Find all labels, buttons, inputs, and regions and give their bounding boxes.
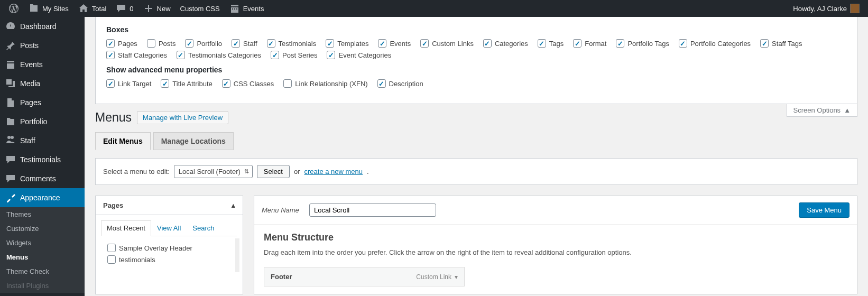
box-checkbox[interactable]: Custom Links: [420, 39, 474, 48]
box-checkbox[interactable]: Portfolio Tags: [616, 39, 669, 48]
checkbox-icon: [377, 79, 386, 88]
checkbox-icon: [271, 51, 279, 59]
box-checkbox[interactable]: Templates: [326, 39, 368, 48]
submenu-customize[interactable]: Customize: [0, 221, 85, 236]
sidebar-item-comments[interactable]: Comments: [0, 169, 85, 188]
box-checkbox[interactable]: Events: [378, 39, 411, 48]
box-checkbox[interactable]: Posts: [147, 39, 176, 48]
box-checkbox[interactable]: Portfolio Categories: [679, 39, 751, 48]
advanced-checkbox[interactable]: Link Target: [106, 79, 151, 88]
comment-icon: [5, 173, 16, 184]
box-label: Testimonials: [279, 40, 317, 48]
tab-edit-menus[interactable]: Edit Menus: [95, 132, 151, 150]
checkbox-icon: [185, 39, 193, 48]
checkbox-icon: [267, 39, 275, 48]
box-checkbox[interactable]: Categories: [483, 39, 528, 48]
comments-count[interactable]: 0: [112, 0, 137, 17]
box-checkbox[interactable]: Portfolio: [185, 39, 222, 48]
advanced-checkbox[interactable]: Link Relationship (XFN): [283, 79, 367, 88]
checkbox-icon: [573, 39, 581, 48]
box-label: Testimonials Categories: [188, 51, 261, 59]
sidebar-item-pages[interactable]: Pages: [0, 93, 85, 112]
checkbox-icon: [483, 39, 492, 48]
advanced-checkbox[interactable]: Description: [377, 79, 423, 88]
menu-select[interactable]: Local Scroll (Footer): [174, 165, 253, 178]
pages-tab-recent[interactable]: Most Recent: [101, 220, 151, 236]
site-name[interactable]: Total: [74, 0, 110, 17]
save-menu-button[interactable]: Save Menu: [799, 202, 849, 218]
menu-name-input[interactable]: [309, 204, 436, 217]
menu-item-type: Custom Link: [416, 273, 451, 281]
box-checkbox[interactable]: Staff: [232, 39, 257, 48]
events-toolbar[interactable]: Events: [225, 0, 269, 17]
box-label: Format: [585, 40, 606, 48]
box-checkbox[interactable]: Pages: [106, 39, 137, 48]
menu-item-handle[interactable]: Footer Custom Link▾: [264, 267, 465, 286]
checkbox-icon: [616, 39, 624, 48]
box-checkbox[interactable]: Testimonials: [267, 39, 317, 48]
new-content[interactable]: New: [139, 0, 175, 17]
checkbox-icon: [232, 39, 240, 48]
sidebar-item-events[interactable]: Events: [0, 55, 85, 74]
chevron-down-icon: ▾: [455, 273, 458, 281]
advanced-checkbox[interactable]: CSS Classes: [222, 79, 274, 88]
admin-sidebar: Dashboard Posts Events Media Pages Portf…: [0, 17, 85, 296]
sidebar-item-posts[interactable]: Posts: [0, 36, 85, 55]
appearance-submenu: Themes Customize Widgets Menus Theme Che…: [0, 207, 85, 293]
box-checkbox[interactable]: Staff Tags: [760, 39, 802, 48]
sidebar-item-portfolio[interactable]: Portfolio: [0, 112, 85, 131]
appearance-icon: [5, 192, 16, 203]
checkbox-icon: [177, 51, 185, 59]
box-label: Staff Categories: [118, 51, 167, 59]
box-checkbox[interactable]: Event Categories: [327, 51, 391, 59]
pages-metabox-toggle[interactable]: Pages ▴: [96, 196, 243, 215]
sidebar-item-dashboard[interactable]: Dashboard: [0, 17, 85, 36]
box-label: Staff Tags: [772, 40, 802, 48]
box-checkbox[interactable]: Format: [573, 39, 606, 48]
box-checkbox[interactable]: Staff Categories: [106, 51, 167, 59]
sidebar-item-media[interactable]: Media: [0, 74, 85, 93]
my-account[interactable]: Howdy, AJ Clarke: [789, 0, 864, 17]
submenu-widgets[interactable]: Widgets: [0, 236, 85, 250]
new-label: New: [157, 5, 171, 13]
wp-logo[interactable]: [4, 0, 23, 17]
box-checkbox[interactable]: Tags: [538, 39, 564, 48]
advanced-heading: Show advanced menu properties: [106, 66, 846, 74]
sidebar-item-testimonials[interactable]: Testimonials: [0, 150, 85, 169]
my-sites[interactable]: My Sites: [24, 0, 73, 17]
checkbox-icon: [679, 39, 687, 48]
box-checkbox[interactable]: Testimonials Categories: [177, 51, 261, 59]
submenu-install-plugins[interactable]: Install Plugins: [0, 279, 85, 293]
advanced-label: CSS Classes: [234, 80, 274, 88]
pages-tab-search[interactable]: Search: [187, 220, 220, 236]
page-item-checkbox[interactable]: testimonials: [107, 255, 229, 264]
menu-name-label: Menu Name: [262, 206, 309, 214]
page-item-checkbox[interactable]: Sample Overlay Header: [107, 244, 229, 252]
checkbox-icon: [538, 39, 546, 48]
box-label: Staff: [243, 40, 257, 48]
page-title: Menus: [95, 110, 132, 125]
tab-manage-locations[interactable]: Manage Locations: [153, 132, 234, 150]
submenu-theme-check[interactable]: Theme Check: [0, 264, 85, 279]
screen-options-tab[interactable]: Screen Options ▲: [787, 104, 857, 117]
chevron-up-icon: ▴: [232, 201, 235, 209]
sidebar-item-staff[interactable]: Staff: [0, 131, 85, 150]
submenu-menus[interactable]: Menus: [0, 250, 85, 264]
admin-bar: My Sites Total 0 New Custom CSS Events H…: [0, 0, 868, 17]
select-button[interactable]: Select: [257, 165, 290, 178]
screen-options-panel: Boxes PagesPostsPortfolioStaffTestimonia…: [95, 17, 857, 104]
box-checkbox[interactable]: Post Series: [271, 51, 317, 59]
advanced-checkbox[interactable]: Title Attribute: [161, 79, 212, 88]
menu-structure-title: Menu Structure: [264, 232, 847, 243]
box-label: Post Series: [282, 51, 317, 59]
custom-css[interactable]: Custom CSS: [176, 0, 224, 17]
select-menu-label: Select a menu to edit:: [103, 168, 170, 175]
page-icon: [5, 97, 16, 108]
menu-edit-column: Menu Name Save Menu Menu Structure Drag …: [254, 196, 857, 294]
pages-tab-view-all[interactable]: View All: [151, 220, 187, 236]
manage-live-preview-button[interactable]: Manage with Live Preview: [137, 111, 228, 124]
submenu-themes[interactable]: Themes: [0, 207, 85, 221]
avatar: [850, 4, 860, 13]
sidebar-item-appearance[interactable]: Appearance: [0, 188, 85, 207]
create-menu-link[interactable]: create a new menu: [304, 168, 363, 175]
